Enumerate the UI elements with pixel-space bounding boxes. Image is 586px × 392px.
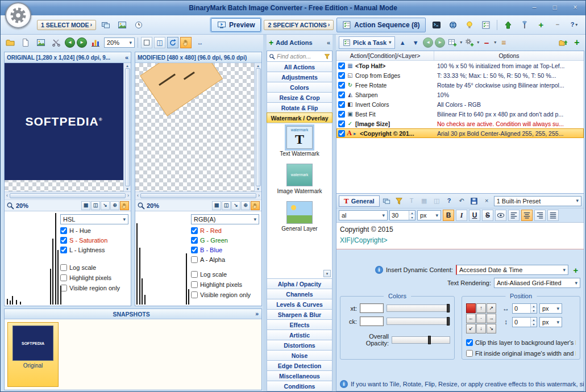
checkbox-r-red[interactable]: R - Red [191,226,259,235]
original-channel-mode-combo[interactable]: HSL [60,214,128,224]
row-checkbox[interactable] [338,62,345,69]
add-action-gear-button[interactable] [464,37,475,48]
item-image-watermark[interactable]: watermarkImage Watermark [277,164,322,194]
close-button[interactable] [570,3,581,12]
duplicate-icon[interactable] [381,195,392,206]
split-view-icon[interactable] [222,201,231,210]
update-arrow-icon[interactable] [501,18,515,32]
align-center-button[interactable] [521,210,533,221]
align-right-button[interactable] [534,210,546,221]
pan-icon[interactable] [251,201,260,210]
remote-antenna-icon[interactable] [518,18,531,32]
checkbox[interactable] [191,256,198,263]
task-checklist-icon[interactable] [479,18,493,32]
anchor-top-left[interactable] [466,303,476,313]
insert-action-button[interactable] [447,37,458,48]
fit-view-icon[interactable] [231,201,240,210]
checkbox[interactable] [60,285,67,291]
anchor-right[interactable] [487,314,496,323]
text-rendering-combo[interactable]: Anti-Aliased Grid-Fitted [494,278,580,288]
back-opacity-slider[interactable] [386,318,450,325]
move-up-button[interactable] [397,37,408,48]
font-unit-combo[interactable]: px [417,210,441,220]
scroll-thumb[interactable] [256,68,261,186]
category-edge-detection[interactable]: Edge Detection [267,360,333,371]
zoom-in-icon[interactable] [110,201,119,210]
checkbox-visible-region-only[interactable]: Visible region only [60,283,128,293]
original-preview[interactable]: SOFTPEDIA® [5,63,131,191]
checkbox[interactable] [60,274,67,281]
category-alpha-opacity[interactable]: Alpha / Opacity [267,278,333,289]
anchor-bottom-left[interactable] [466,324,476,333]
vertical-scrollbar[interactable] [254,63,261,191]
back-button[interactable] [65,37,75,48]
category-adjustments[interactable]: Adjustments [267,72,333,82]
console-icon[interactable] [430,18,443,32]
font-family-combo[interactable]: al [339,210,388,220]
outline-eye-button[interactable] [495,210,506,221]
action-sequence-tab[interactable]: Action Sequence (8) [336,18,425,32]
category-noise[interactable]: Noise [267,350,333,361]
zoom-combo[interactable]: 20% [104,37,135,48]
tip-bulb-icon[interactable] [463,18,476,32]
action-row[interactable]: ✓[Image Size]No checks are active. Condi… [336,119,584,128]
text-color-swatch[interactable] [360,303,384,313]
checkbox-highlight-pixels[interactable]: Highlight pixels [60,273,128,282]
search-input[interactable] [277,53,322,60]
zoom-in-icon[interactable] [241,201,250,210]
scroll-right-icon[interactable] [127,193,129,198]
pick-task-button[interactable]: Pick a Task [339,36,395,49]
remove-action-button[interactable] [481,37,492,48]
indent-right-button[interactable] [435,37,445,48]
scroll-thumb[interactable] [125,68,130,186]
chevron-down-icon[interactable] [460,40,462,45]
x-unit-combo[interactable]: px [539,303,562,314]
checkbox[interactable] [60,247,67,253]
scroll-thumb[interactable] [10,193,126,198]
scroll-down-icon[interactable] [257,187,259,191]
anchor-left[interactable] [466,314,476,323]
x-offset-stepper[interactable]: 0 [512,303,537,314]
category-distortions[interactable]: Distortions [267,340,333,351]
checkbox-a-alpha[interactable]: A - Alpha [191,255,259,264]
snapshots-header[interactable]: SNAPSHOTS [5,309,261,319]
scroll-up-icon[interactable] [257,64,259,68]
clip-layer-checkbox[interactable]: Clip this layer to background layer's bo… [466,337,576,347]
scroll-down-icon[interactable] [323,270,331,277]
column-header-options[interactable]: Options [434,51,584,60]
chevron-down-icon[interactable] [477,40,479,45]
modified-channel-mode-combo[interactable]: RGB(A) [191,214,259,224]
row-checkbox[interactable] [338,111,345,118]
dual-pane-icon[interactable] [154,37,165,48]
collapse-icon[interactable] [327,40,330,46]
horizontal-scrollbar[interactable] [135,191,261,199]
fit-inside-checkbox[interactable]: Fit inside original image's width and he… [466,348,576,358]
y-unit-combo[interactable]: px [539,317,562,327]
expand-icon[interactable] [255,311,259,317]
scroll-down-icon[interactable] [126,187,128,191]
close-editor-icon[interactable] [481,195,492,206]
checkbox-g-green[interactable]: G - Green [191,235,259,245]
italic-button[interactable]: I [456,210,467,221]
category-effects[interactable]: Effects [267,319,333,330]
align-justify-button[interactable] [547,210,559,221]
scroll-left-icon[interactable] [137,193,139,198]
category-colors[interactable]: Colors [267,82,333,93]
single-pane-icon[interactable] [141,37,152,48]
tab-general[interactable]: General [339,195,380,207]
preview-button[interactable]: Preview [211,18,261,32]
add-preset-icon[interactable] [571,37,583,48]
row-checkbox[interactable] [338,91,345,98]
anchor-top[interactable] [476,303,486,313]
spin-down-icon[interactable] [409,215,415,220]
spin-up-icon[interactable] [531,304,537,308]
grid-zoom-icon[interactable] [81,201,90,210]
checkbox-h-hue[interactable]: H - Hue [60,226,128,235]
checkbox[interactable] [191,227,198,234]
add-actions-header[interactable]: Add Actions [267,35,333,51]
modified-preview[interactable] [135,63,261,191]
checkbox-log-scale[interactable]: Log scale [191,269,259,279]
snapshot-original[interactable]: SOFTPEDIAOriginal [7,322,59,387]
scroll-left-icon[interactable] [6,193,8,198]
checkbox[interactable] [466,350,473,357]
